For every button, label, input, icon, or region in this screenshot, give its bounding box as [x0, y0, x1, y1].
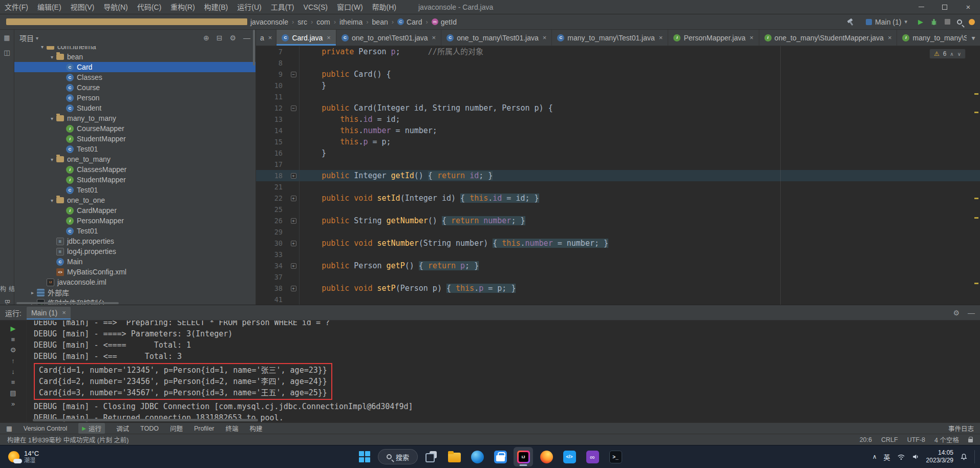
code-line[interactable]: 7 private Person p; //所属人的对象	[256, 46, 980, 57]
console-line[interactable]: Card{id=2, number='23456', p=Person{id=2…	[39, 376, 327, 387]
tree-item-classes[interactable]: CClasses	[14, 72, 255, 82]
menu-item-u[interactable]: 运行(U)	[232, 0, 266, 14]
tree-item-student[interactable]: CStudent	[14, 103, 255, 113]
tree-item-log4j-properties[interactable]: ≡log4j.properties	[14, 246, 255, 257]
breadcrumb-item-com[interactable]: com	[316, 18, 330, 26]
code-line[interactable]: 17	[256, 159, 980, 170]
tree-item-bean[interactable]: ▾bean	[14, 52, 255, 62]
breadcrumb-item-bean[interactable]: bean	[372, 18, 388, 26]
close-icon[interactable]: ×	[62, 309, 66, 316]
tree-item-studentmapper[interactable]: IStudentMapper	[14, 134, 255, 144]
tray-overflow-icon[interactable]: ∧	[872, 453, 877, 460]
commit-toolwindow-icon[interactable]: ◫	[4, 49, 10, 56]
close-button[interactable]: ×	[956, 0, 980, 14]
clock-widget[interactable]: 14:05 2023/3/29	[926, 449, 953, 464]
tree-item-personmapper[interactable]: IPersonMapper	[14, 216, 255, 226]
tree-item-com-itheima[interactable]: ▾com.itheima	[14, 46, 255, 52]
console-line[interactable]: DEBUG [main] - ==> Preparing: SELECT * F…	[34, 321, 980, 328]
show-desktop-button[interactable]	[974, 450, 977, 463]
code-line[interactable]: 21	[256, 181, 980, 193]
breadcrumb-item-card[interactable]: CCard	[397, 18, 422, 26]
notifications-icon[interactable]	[969, 19, 975, 25]
code-line[interactable]: 29	[256, 226, 980, 238]
code-line[interactable]: 25	[256, 204, 980, 215]
code-line[interactable]: 22+ public void setId(Integer id) { this…	[256, 193, 980, 204]
search-icon[interactable]	[957, 19, 962, 25]
taskbar-search-pill[interactable]: 搜索	[378, 449, 418, 464]
menu-item-h[interactable]: 帮助(H)	[368, 0, 401, 14]
tree-item-card[interactable]: CCard	[14, 62, 255, 72]
lock-icon[interactable]	[968, 439, 973, 442]
fold-expand-icon[interactable]: +	[291, 196, 296, 201]
close-icon[interactable]: ×	[659, 34, 663, 41]
prev-warning-icon[interactable]: ∧	[950, 51, 953, 57]
menu-item-b[interactable]: 构建(B)	[200, 0, 233, 14]
taskbar-start-button[interactable]	[355, 447, 374, 466]
menu-item-v[interactable]: 视图(V)	[66, 0, 99, 14]
print-icon[interactable]: ▤	[10, 389, 16, 397]
chevron-down-icon[interactable]: ▾	[38, 46, 47, 50]
project-toolwindow-icon[interactable]: ▦	[4, 34, 10, 41]
stop-button[interactable]	[945, 19, 950, 25]
next-warning-icon[interactable]: ∨	[957, 51, 961, 57]
stop-button[interactable]: ■	[11, 335, 15, 344]
tab-overflow-icon[interactable]: ▾	[967, 30, 980, 46]
code-line[interactable]: 30+ public void setNumber(String number)…	[256, 238, 980, 249]
notifications-bell-icon[interactable]	[960, 453, 968, 461]
editor-scroll-stripe[interactable]	[973, 46, 980, 305]
taskbar-vscode-button[interactable]: </>	[560, 447, 579, 466]
scroll-up-icon[interactable]: ↑	[11, 357, 15, 365]
editor[interactable]: 7 private Person p; //所属人的对象89− public C…	[256, 46, 980, 305]
weather-widget[interactable]: 14°C 潮湿	[4, 445, 43, 468]
menu-item-w[interactable]: 窗口(W)	[332, 0, 368, 14]
code-line[interactable]: 9− public Card() {	[256, 69, 980, 80]
toolwindow-button-profiler[interactable]: Profiler	[194, 425, 215, 432]
maximize-button[interactable]	[933, 0, 956, 14]
fold-expand-icon[interactable]: +	[291, 218, 296, 224]
taskbar-edge-button[interactable]	[467, 447, 487, 466]
tab-card-java[interactable]: CCard.java×	[276, 30, 336, 46]
breadcrumb-item-itheima[interactable]: itheima	[339, 18, 363, 26]
hide-panel-icon[interactable]: —	[968, 309, 975, 317]
tree-item-one-to-many[interactable]: ▾one_to_many	[14, 154, 255, 164]
menu-item-vcs-s[interactable]: VCS(S)	[299, 0, 332, 14]
fold-collapse-icon[interactable]: −	[291, 72, 296, 77]
close-icon[interactable]: ×	[268, 34, 272, 41]
console-line[interactable]: DEBUG [main] - ====> Parameters: 3(Integ…	[34, 328, 980, 339]
file-encoding[interactable]: UTF-8	[907, 436, 925, 443]
close-icon[interactable]: ×	[888, 34, 892, 41]
tab-clipped-left[interactable]: a×	[256, 30, 276, 46]
chevron-down-icon[interactable]: ▾	[36, 35, 38, 41]
fold-expand-icon[interactable]: +	[291, 263, 296, 269]
tab-one-to-many-test01-java[interactable]: Cone_to_many\Test01.java×	[441, 30, 552, 46]
code-line[interactable]: 8	[256, 57, 980, 69]
run-button[interactable]: ▶	[918, 18, 923, 26]
caret-position[interactable]: 20:6	[860, 436, 872, 443]
taskbar-task-view-button[interactable]	[421, 447, 441, 466]
debug-button[interactable]	[930, 18, 938, 26]
line-ending[interactable]: CRLF	[881, 436, 898, 443]
menu-item-r[interactable]: 重构(R)	[166, 0, 199, 14]
menu-item-t[interactable]: 工具(T)	[266, 0, 299, 14]
minimize-button[interactable]	[909, 0, 933, 14]
toolwindow-button-node[interactable]: ▶运行	[78, 423, 105, 434]
code-line[interactable]: 33	[256, 249, 980, 260]
inspections-widget[interactable]: ⚠ 6 ∧ ∨	[929, 49, 966, 59]
more-icon[interactable]: »	[11, 400, 15, 408]
hide-panel-icon[interactable]: —	[243, 34, 250, 42]
tab-one-to-many-studentmapper-java[interactable]: Ione_to_many\StudentMapper.java×	[759, 30, 898, 46]
close-icon[interactable]: ×	[327, 34, 331, 41]
tab-personmapper-java[interactable]: IPersonMapper.java×	[668, 30, 759, 46]
code-line[interactable]: 10 }	[256, 80, 980, 91]
settings-icon[interactable]: ⚙	[10, 346, 16, 354]
chevron-right-icon[interactable]: ▸	[28, 290, 37, 295]
collapse-all-icon[interactable]: ⊟	[217, 34, 223, 42]
taskbar-firefox-button[interactable]	[537, 447, 556, 466]
toolwindow-switcher-icon[interactable]: ▦	[6, 424, 12, 432]
console-line[interactable]: DEBUG [main] - <==== Total: 1	[34, 339, 980, 351]
taskbar-idea-button[interactable]: IJ	[514, 447, 533, 466]
taskbar-terminal-button[interactable]: >_	[606, 447, 625, 466]
code-line[interactable]: 34+ public Person getP() { return p; }	[256, 260, 980, 271]
console-line[interactable]: DEBUG [main] - Closing JDBC Connection […	[34, 401, 980, 412]
taskbar-visual-studio-button[interactable]: ∞	[583, 447, 602, 466]
